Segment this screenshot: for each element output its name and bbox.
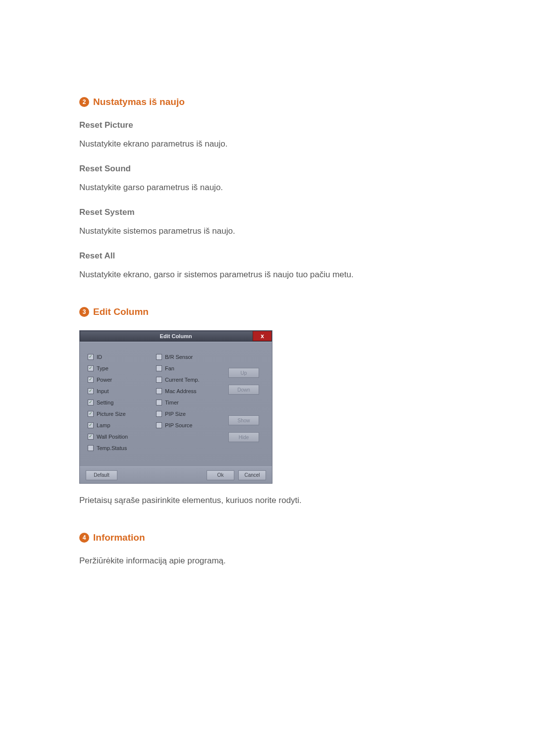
down-button[interactable]: Down: [228, 385, 259, 395]
check-label: Timer: [165, 400, 179, 405]
reset-system-heading: Reset System: [79, 207, 456, 217]
check-label: Picture Size: [97, 411, 126, 417]
check-row-current-temp[interactable]: Current Temp.: [156, 376, 219, 383]
hide-button[interactable]: Hide: [228, 432, 259, 442]
check-label: Temp.Status: [97, 445, 127, 451]
badge-2-icon: 2: [79, 97, 89, 107]
checkbox-icon[interactable]: [88, 411, 94, 417]
check-label: ID: [97, 354, 102, 360]
check-row-type[interactable]: Type: [88, 364, 152, 372]
close-button[interactable]: x: [253, 331, 271, 341]
check-label: Power: [97, 377, 112, 383]
reset-picture-text: Nustatykite ekrano parametrus iš naujo.: [79, 139, 456, 149]
reset-all-text: Nustatykite ekrano, garso ir sistemos pa…: [79, 270, 456, 280]
checkbox-icon[interactable]: [88, 388, 94, 394]
check-row-pip-size[interactable]: PIP Size: [156, 410, 219, 417]
check-row-input[interactable]: Input: [88, 387, 152, 395]
check-row-picture-size[interactable]: Picture Size: [88, 410, 152, 417]
reset-sound-text: Nustatykite garso parametrus iš naujo.: [79, 183, 456, 193]
reset-system-text: Nustatykite sistemos parametrus iš naujo…: [79, 226, 456, 236]
check-row-temp-status[interactable]: Temp.Status: [88, 444, 152, 452]
section-3-title: Edit Column: [93, 306, 149, 317]
check-row-timer[interactable]: Timer: [156, 399, 219, 406]
information-text: Peržiūrėkite informaciją apie programą.: [79, 556, 456, 566]
dialog-footer: Default Ok Cancel: [80, 466, 272, 483]
dialog-title: Edit Column: [160, 333, 192, 339]
section-4-title: Information: [93, 532, 145, 543]
up-button[interactable]: Up: [228, 368, 259, 378]
check-label: Lamp: [97, 422, 110, 428]
show-button[interactable]: Show: [228, 415, 259, 425]
check-row-fan[interactable]: Fan: [156, 364, 219, 372]
column-right: Up Down Show Hide: [223, 353, 264, 452]
edit-column-dialog: Edit Column x ID Type Power Input Settin…: [79, 330, 272, 484]
cancel-button[interactable]: Cancel: [238, 470, 266, 480]
check-row-setting[interactable]: Setting: [88, 399, 152, 406]
check-label: PIP Source: [165, 422, 192, 428]
check-label: Input: [97, 388, 108, 394]
check-label: Wall Position: [97, 434, 128, 440]
checkbox-icon[interactable]: [156, 388, 162, 394]
section-4-header: 4 Information: [79, 532, 456, 543]
dialog-body: ID Type Power Input Setting Picture Size…: [80, 342, 272, 466]
check-label: PIP Size: [165, 411, 186, 417]
check-row-id[interactable]: ID: [88, 353, 152, 360]
checkbox-icon[interactable]: [156, 422, 162, 428]
checkbox-icon[interactable]: [88, 365, 94, 371]
reset-sound-heading: Reset Sound: [79, 164, 456, 174]
default-button[interactable]: Default: [86, 470, 117, 480]
check-label: B/R Sensor: [165, 354, 193, 360]
checkbox-icon[interactable]: [156, 354, 162, 360]
checkbox-icon[interactable]: [88, 377, 94, 383]
checkbox-icon[interactable]: [88, 434, 94, 440]
check-label: Fan: [165, 365, 174, 371]
check-label: Type: [97, 365, 108, 371]
dialog-titlebar: Edit Column x: [80, 331, 272, 342]
checkbox-icon[interactable]: [156, 411, 162, 417]
checkbox-icon[interactable]: [88, 354, 94, 360]
badge-4-icon: 4: [79, 533, 89, 543]
checkbox-icon[interactable]: [88, 422, 94, 428]
section-2-title: Nustatymas iš naujo: [93, 97, 185, 107]
check-label: Setting: [97, 400, 113, 405]
checkbox-icon[interactable]: [88, 400, 94, 405]
column-left: ID Type Power Input Setting Picture Size…: [88, 353, 152, 452]
column-mid: B/R Sensor Fan Current Temp. Mac Address…: [156, 353, 219, 452]
check-row-br-sensor[interactable]: B/R Sensor: [156, 353, 219, 360]
checkbox-icon[interactable]: [156, 400, 162, 405]
reset-picture-heading: Reset Picture: [79, 120, 456, 130]
ok-button[interactable]: Ok: [207, 470, 234, 480]
document-page: 2 Nustatymas iš naujo Reset Picture Nust…: [79, 97, 456, 581]
reset-all-heading: Reset All: [79, 251, 456, 261]
check-row-wall-position[interactable]: Wall Position: [88, 433, 152, 440]
check-label: Mac Address: [165, 388, 197, 394]
checkbox-icon[interactable]: [156, 365, 162, 371]
checkbox-icon[interactable]: [88, 445, 94, 451]
check-row-power[interactable]: Power: [88, 376, 152, 383]
check-row-pip-source[interactable]: PIP Source: [156, 421, 219, 429]
checkbox-icon[interactable]: [156, 377, 162, 383]
check-label: Current Temp.: [165, 377, 200, 383]
edit-column-caption: Prietaisų sąraše pasirinkite elementus, …: [79, 496, 456, 505]
badge-3-icon: 3: [79, 307, 89, 317]
check-row-mac-address[interactable]: Mac Address: [156, 387, 219, 395]
section-3-header: 3 Edit Column: [79, 306, 456, 317]
section-2-header: 2 Nustatymas iš naujo: [79, 97, 456, 107]
check-row-lamp[interactable]: Lamp: [88, 421, 152, 429]
